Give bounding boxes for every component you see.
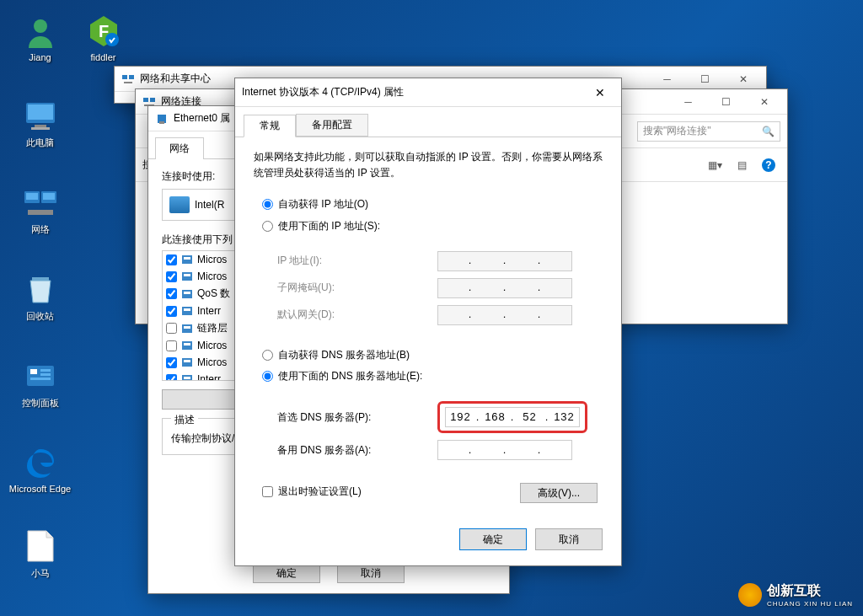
desktop-icon-label: 控制面板: [8, 397, 72, 410]
desktop-icon-controlpanel[interactable]: 控制面板: [8, 353, 72, 425]
validate-label: 退出时验证设置(L): [278, 484, 362, 500]
item-checkbox[interactable]: [166, 323, 177, 334]
tab-network[interactable]: 网络: [155, 137, 204, 159]
item-label: Interr: [197, 373, 221, 381]
radio-label: 自动获得 IP 地址(O): [278, 196, 368, 212]
help-button[interactable]: ?: [757, 155, 780, 175]
watermark: 创新互联 CHUANG XIN HU LIAN: [738, 582, 853, 608]
svg-rect-16: [40, 373, 51, 376]
dns1-input[interactable]: 192. 168. 52. 132: [445, 407, 580, 427]
radio-label: 自动获得 DNS 服务器地址(B): [278, 347, 410, 363]
tab-strip: 常规 备用配置: [235, 107, 621, 137]
desktop-icon-label: Jiang: [8, 52, 72, 62]
desktop-icon-thispc[interactable]: 此电脑: [8, 93, 72, 164]
ip-address-input: ...: [437, 251, 572, 271]
user-icon: [23, 13, 58, 49]
controlpanel-icon: [23, 358, 58, 394]
titlebar[interactable]: Internet 协议版本 4 (TCP/IPv4) 属性 ✕: [235, 78, 621, 107]
search-placeholder: 搜索"网络连接": [643, 124, 711, 138]
radio-auto-ip-input[interactable]: [262, 199, 273, 210]
svg-rect-10: [43, 193, 55, 200]
minimize-button[interactable]: ─: [648, 67, 686, 91]
svg-point-2: [105, 33, 119, 46]
close-button[interactable]: ✕: [745, 89, 783, 114]
item-label: QoS 数: [197, 287, 230, 301]
item-checkbox[interactable]: [166, 357, 177, 368]
minimize-button[interactable]: ─: [669, 89, 707, 114]
desktop-icon-network[interactable]: 网络: [8, 179, 72, 251]
item-checkbox[interactable]: [166, 254, 177, 265]
dns1-octet[interactable]: 132: [549, 409, 579, 426]
radio-label: 使用下面的 DNS 服务器地址(E):: [278, 368, 422, 384]
dns2-input[interactable]: ...: [437, 440, 572, 460]
desktop-icon-jiang[interactable]: Jiang: [8, 8, 72, 80]
validate-checkbox[interactable]: [262, 486, 273, 497]
search-icon: 🔍: [762, 126, 775, 137]
dns1-highlight: 192. 168. 52. 132: [437, 401, 587, 433]
watermark-sub: CHUANG XIN HU LIAN: [767, 600, 853, 608]
radio-auto-ip[interactable]: 自动获得 IP 地址(O): [262, 196, 603, 212]
protocol-icon: [180, 253, 194, 266]
tab-general[interactable]: 常规: [244, 115, 296, 137]
desktop-icon-xiaoma[interactable]: 小马: [8, 523, 72, 595]
radio-manual-ip-input[interactable]: [262, 221, 273, 232]
window-title: Internet 协议版本 4 (TCP/IPv4) 属性: [242, 85, 583, 99]
ok-button[interactable]: 确定: [459, 528, 527, 550]
ip-address-label: IP 地址(I):: [277, 253, 437, 269]
dns1-octet[interactable]: 168: [480, 409, 510, 426]
svg-rect-33: [184, 292, 190, 294]
radio-auto-dns[interactable]: 自动获得 DNS 服务器地址(B): [262, 347, 603, 363]
view-large-button[interactable]: ▦▾: [703, 155, 726, 175]
dns2-label: 备用 DNS 服务器(A):: [277, 442, 437, 458]
svg-rect-11: [28, 210, 53, 215]
fiddler-icon: F: [86, 13, 121, 49]
search-input[interactable]: 搜索"网络连接" 🔍: [637, 121, 780, 142]
item-checkbox[interactable]: [166, 306, 177, 317]
item-label: Micros: [197, 254, 227, 265]
close-button[interactable]: ✕: [724, 67, 762, 91]
maximize-button[interactable]: ☐: [686, 67, 724, 91]
cancel-button[interactable]: 取消: [535, 528, 603, 550]
svg-rect-6: [31, 127, 50, 130]
desktop-icon-recyclebin[interactable]: 回收站: [8, 266, 72, 338]
item-label: Interr: [197, 305, 221, 317]
ethernet-icon: [155, 112, 169, 126]
advanced-button[interactable]: 高级(V)...: [520, 483, 598, 503]
radio-manual-dns[interactable]: 使用下面的 DNS 服务器地址(E):: [262, 368, 603, 384]
dns1-octet[interactable]: 192: [446, 409, 475, 426]
svg-rect-18: [122, 75, 127, 79]
svg-rect-14: [30, 369, 37, 374]
file-icon: [23, 528, 58, 564]
svg-rect-15: [40, 369, 51, 372]
intro-text: 如果网络支持此功能，则可以获取自动指派的 IP 设置。否则，你需要从网络系统管理…: [254, 149, 603, 181]
svg-rect-9: [26, 193, 38, 200]
item-checkbox[interactable]: [166, 271, 177, 282]
svg-rect-39: [184, 343, 190, 345]
watermark-brand: 创新互联: [767, 583, 821, 597]
svg-rect-29: [184, 257, 190, 260]
protocol-icon: [180, 356, 194, 369]
radio-auto-dns-input[interactable]: [262, 350, 273, 361]
item-label: Micros: [197, 340, 227, 351]
gateway-input: ...: [437, 305, 572, 325]
tab-alternate[interactable]: 备用配置: [296, 114, 368, 137]
svg-rect-17: [30, 378, 51, 380]
item-checkbox[interactable]: [166, 374, 177, 382]
svg-rect-4: [28, 104, 53, 120]
radio-manual-ip[interactable]: 使用下面的 IP 地址(S):: [262, 218, 603, 234]
svg-rect-12: [32, 277, 49, 281]
protocol-icon: [180, 287, 194, 301]
maximize-button[interactable]: ☐: [707, 89, 745, 114]
close-button[interactable]: ✕: [583, 86, 617, 99]
protocol-icon: [180, 304, 194, 318]
dns1-label: 首选 DNS 服务器(P):: [277, 410, 437, 426]
radio-manual-dns-input[interactable]: [262, 371, 273, 382]
view-details-button[interactable]: ▤: [730, 155, 753, 175]
item-checkbox[interactable]: [166, 288, 177, 299]
item-checkbox[interactable]: [166, 340, 177, 351]
network-small-icon: [121, 72, 135, 86]
dns1-octet[interactable]: 52: [515, 409, 544, 426]
desktop-icon-edge[interactable]: Microsoft Edge: [8, 440, 72, 512]
protocol-icon: [180, 372, 194, 381]
computer-icon: [23, 98, 58, 133]
